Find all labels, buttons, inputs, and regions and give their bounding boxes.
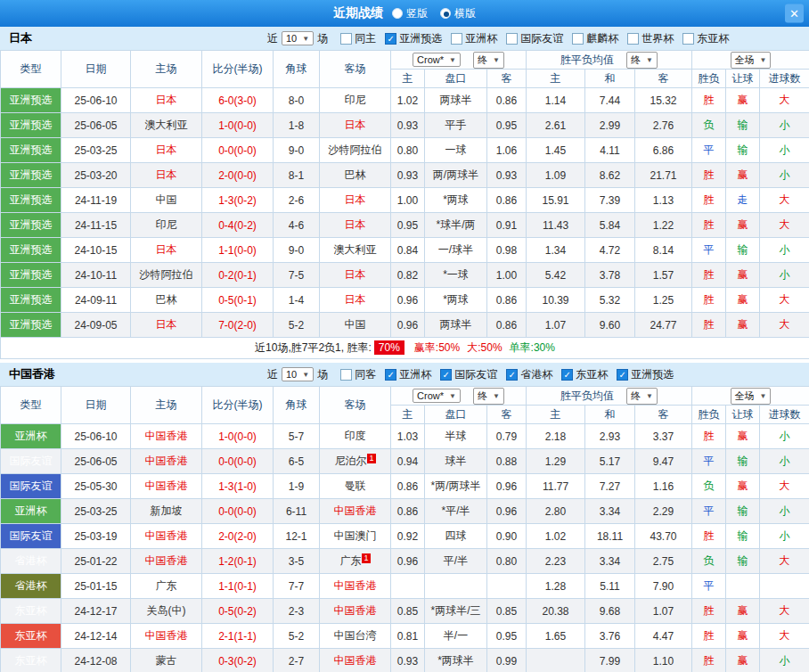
table-row: 国际友谊25-05-30中国香港1-3(1-0)1-9曼联0.86*两/两球半0… <box>1 474 809 499</box>
cell-date: 25-06-05 <box>61 113 131 138</box>
avg-time-select[interactable]: 终 ▼ <box>626 52 658 69</box>
col-score: 比分(半场) <box>202 51 274 88</box>
checkbox-label: 国际友谊 <box>520 31 563 46</box>
filter-checkbox-麒麟杯[interactable]: 麒麟杯 <box>572 31 618 46</box>
cell-competition-type: 亚洲预选 <box>1 263 61 288</box>
scope-select[interactable]: 全场 ▼ <box>731 52 772 69</box>
filter-checkbox-东亚杯[interactable]: ✓东亚杯 <box>561 367 608 382</box>
cell-score: 1-1(0-1) <box>202 574 274 599</box>
close-button[interactable]: ✕ <box>785 4 804 23</box>
avg-time-select[interactable]: 终 ▼ <box>626 388 658 405</box>
cell-home-team: 中国香港 <box>131 624 202 649</box>
col-date: 日期 <box>61 387 131 424</box>
odds-provider-value: Crow* <box>417 390 444 401</box>
cell-handicap-line: *两球 <box>425 288 487 313</box>
radio-vertical-layout[interactable]: 竖版 <box>392 6 428 21</box>
cell-avg-draw: 7.27 <box>585 474 635 499</box>
cell-odds-home: 0.86 <box>391 499 425 524</box>
cell-avg-home: 1.29 <box>527 449 585 474</box>
cell-result-wdl: 胜 <box>692 624 726 649</box>
checkbox-unchecked-icon <box>506 33 518 45</box>
checkbox-label: 同客 <box>355 367 376 382</box>
recent-count-select[interactable]: 10 ▼ <box>282 31 314 45</box>
cell-avg-draw: 2.93 <box>585 424 635 449</box>
odds-time-select[interactable]: 终 ▼ <box>473 52 504 69</box>
cell-result-handicap: 输 <box>726 524 760 549</box>
cell-avg-away: 7.90 <box>635 574 692 599</box>
cell-avg-draw: 5.17 <box>585 449 635 474</box>
scope-select[interactable]: 全场 ▼ <box>731 388 772 405</box>
filter-checkbox-同客[interactable]: 同客 <box>340 367 376 382</box>
cell-date: 24-11-15 <box>61 213 131 238</box>
chevron-down-icon: ▼ <box>449 392 456 400</box>
chevron-down-icon: ▼ <box>449 56 456 64</box>
cell-result-wdl: 胜 <box>692 263 726 288</box>
filter-checkbox-省港杯[interactable]: ✓省港杯 <box>506 367 552 382</box>
col-avg-away: 客 <box>635 70 692 88</box>
section-japan: 日本 近 10 ▼ 场 同主✓亚洲预选亚洲杯国际友谊麒麟杯世界杯东亚杯 类型 日… <box>0 27 809 359</box>
odds-provider-select[interactable]: Crow* ▼ <box>413 53 461 67</box>
cell-corner: 5-2 <box>274 624 320 649</box>
cell-date: 25-05-30 <box>61 474 131 499</box>
cell-result-handicap: 赢 <box>726 424 760 449</box>
cell-home-team: 广东 <box>131 574 202 599</box>
cell-odds-home: 0.86 <box>391 474 425 499</box>
cell-handicap-line <box>425 574 487 599</box>
cell-corner: 1-9 <box>274 474 320 499</box>
japan-filters: 近 10 ▼ 场 同主✓亚洲预选亚洲杯国际友谊麒麟杯世界杯东亚杯 <box>264 31 729 46</box>
checkbox-checked-icon: ✓ <box>506 369 518 381</box>
cell-result-handicap: 赢 <box>726 213 760 238</box>
cell-avg-home: 2.80 <box>527 499 585 524</box>
cell-away-team: 中国香港 <box>320 499 391 524</box>
section-hongkong: 中国香港 近 10 ▼ 场 同客✓亚洲杯✓国际友谊✓省港杯✓东亚杯✓亚洲预选 类… <box>0 363 809 672</box>
cell-avg-home: 2.61 <box>527 113 585 138</box>
odds-provider-select[interactable]: Crow* ▼ <box>413 389 461 403</box>
cell-odds-away: 0.96 <box>487 474 527 499</box>
cell-result-goals: 小 <box>760 424 809 449</box>
filter-checkbox-东亚杯[interactable]: 东亚杯 <box>682 31 729 46</box>
checkbox-unchecked-icon <box>682 33 694 45</box>
cell-avg-draw: 7.99 <box>585 649 635 672</box>
cell-avg-home: 1.28 <box>527 574 585 599</box>
cell-home-team: 日本 <box>131 138 202 163</box>
cell-away-team: 澳大利亚 <box>320 238 391 263</box>
cell-home-team: 巴林 <box>131 288 202 313</box>
cell-odds-home: 0.94 <box>391 449 425 474</box>
cell-avg-home: 2.23 <box>527 549 585 574</box>
filter-checkbox-国际友谊[interactable]: ✓国际友谊 <box>440 367 497 382</box>
cell-result-goals: 大 <box>760 313 809 338</box>
filter-checkbox-亚洲预选[interactable]: ✓亚洲预选 <box>385 31 442 46</box>
filter-checkbox-国际友谊[interactable]: 国际友谊 <box>506 31 563 46</box>
col-result-handicap: 让球 <box>726 406 760 424</box>
recent-count-value: 10 <box>286 369 297 380</box>
cell-away-team: 日本 <box>320 188 391 213</box>
close-icon: ✕ <box>789 7 799 20</box>
col-odds-home: 主 <box>391 70 425 88</box>
radio-horizontal-layout[interactable]: 横版 <box>440 6 476 21</box>
cell-result-handicap: 赢 <box>726 313 760 338</box>
checkbox-label: 亚洲杯 <box>399 367 431 382</box>
cell-date: 25-03-20 <box>61 163 131 188</box>
radio-vertical-label: 竖版 <box>406 6 428 21</box>
cell-odds-away: 0.86 <box>487 313 527 338</box>
col-home: 主场 <box>131 387 202 424</box>
filter-checkbox-亚洲预选[interactable]: ✓亚洲预选 <box>617 367 674 382</box>
table-row: 东亚杯24-12-17关岛(中)0-5(0-2)2-3中国香港0.85*两球半/… <box>1 599 809 624</box>
col-result-wdl: 胜负 <box>692 406 726 424</box>
filter-checkbox-同主[interactable]: 同主 <box>340 31 376 46</box>
filter-checkbox-亚洲杯[interactable]: 亚洲杯 <box>451 31 497 46</box>
filter-checkbox-世界杯[interactable]: 世界杯 <box>627 31 674 46</box>
cell-away-team: 巴林 <box>320 163 391 188</box>
cell-odds-home: 1.02 <box>391 88 425 113</box>
odds-time-select[interactable]: 终 ▼ <box>473 388 504 405</box>
cell-score: 0-0(0-0) <box>202 449 274 474</box>
recent-count-select[interactable]: 10 ▼ <box>282 367 314 381</box>
cell-odds-away: 1.00 <box>487 263 527 288</box>
cell-handicap-line: 半/一 <box>425 624 487 649</box>
cell-corner: 7-7 <box>274 574 320 599</box>
cell-competition-type: 东亚杯 <box>1 599 61 624</box>
recent-count-value: 10 <box>286 33 297 44</box>
checkbox-unchecked-icon <box>340 33 352 45</box>
radio-selected-icon <box>440 8 451 19</box>
filter-checkbox-亚洲杯[interactable]: ✓亚洲杯 <box>385 367 431 382</box>
